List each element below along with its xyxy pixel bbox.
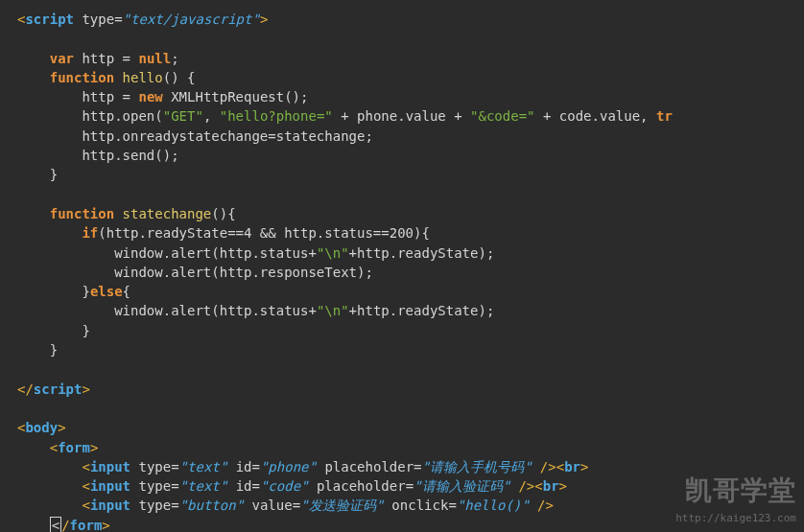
code-line: <input type="button" value="发送验证码" oncli… (17, 497, 554, 513)
code-line: <script type="text/javascript"> (17, 12, 268, 27)
watermark: 凯哥学堂 http://kaige123.com (675, 472, 796, 526)
code-line: </form> (17, 517, 110, 532)
code-line: http.open("GET", "hello?phone=" + phone.… (17, 108, 673, 124)
code-line: http.onreadystatechange=statechange; (17, 128, 373, 144)
code-line: window.alert(http.responseText); (17, 265, 373, 280)
watermark-text: 凯哥学堂 (675, 472, 796, 511)
code-line: http.send(); (17, 148, 179, 163)
code-line: function hello() { (17, 70, 195, 85)
code-line: var http = null; (17, 51, 179, 66)
code-line: window.alert(http.status+"\n"+http.ready… (17, 245, 494, 261)
code-line: function statechange(){ (17, 206, 236, 221)
code-editor: <script type="text/javascript"> var http… (17, 10, 787, 532)
code-line: <body> (17, 420, 66, 435)
code-line: } (17, 167, 58, 182)
code-line: <input type="text" id="code" placeholder… (17, 478, 567, 494)
code-line: <form> (17, 440, 98, 455)
code-line: <input type="text" id="phone" placeholde… (17, 459, 588, 474)
code-line: if(http.readyState==4 && http.status==20… (17, 225, 430, 241)
code-line: } (17, 323, 90, 338)
watermark-url: http://kaige123.com (675, 511, 796, 526)
cursor-icon: < (50, 517, 61, 532)
code-line: </script> (17, 382, 90, 397)
code-line: } (17, 342, 58, 358)
code-line: window.alert(http.status+"\n"+http.ready… (17, 303, 494, 318)
code-line: }else{ (17, 284, 130, 299)
code-line: http = new XMLHttpRequest(); (17, 89, 308, 104)
